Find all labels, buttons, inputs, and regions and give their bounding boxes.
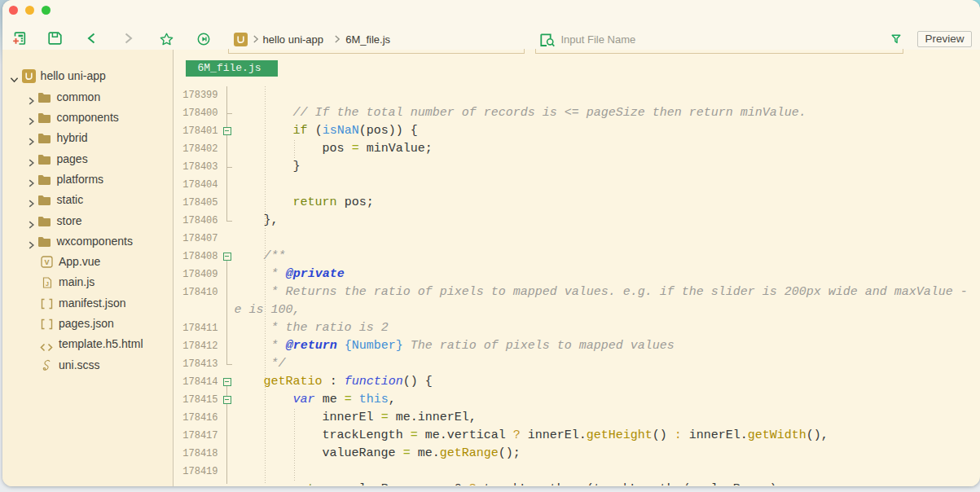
svg-text:V: V bbox=[45, 258, 50, 266]
svg-text:J: J bbox=[46, 281, 49, 287]
